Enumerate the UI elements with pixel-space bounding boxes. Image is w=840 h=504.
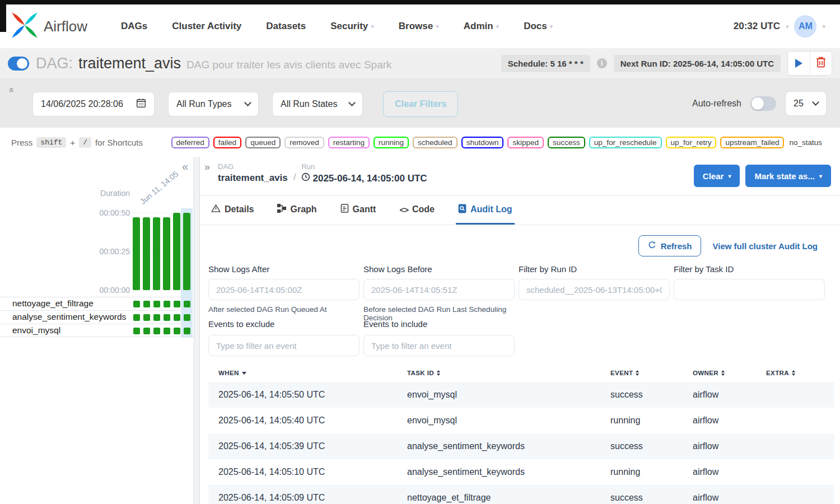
info-icon[interactable]: i [597,58,607,68]
state-badge-shutdown[interactable]: shutdown [461,137,504,148]
audit-cell-task-id: analyse_sentiment_keywords [397,459,600,485]
events-include-input[interactable] [363,335,515,356]
task-instance-success[interactable] [153,328,160,334]
duration-bar[interactable] [153,217,160,290]
state-badge-removed[interactable]: removed [284,137,324,148]
nav-item-datasets[interactable]: Datasets [266,21,306,32]
duration-bar[interactable] [163,217,170,290]
tab-code[interactable]: <> Code [397,196,437,225]
nav-item-dags[interactable]: DAGs [121,21,147,32]
show-logs-after-input[interactable] [208,279,360,300]
task-instance-success[interactable] [143,301,150,307]
duration-bar[interactable] [183,213,190,290]
delete-dag-button[interactable] [810,52,832,75]
task-label-envoi-mysql[interactable]: envoi_mysql [12,325,60,335]
run-types-select[interactable]: All Run Types [168,92,259,116]
expand-panel-icon[interactable]: » [204,161,210,173]
column-header-extra[interactable]: Extra [756,365,834,382]
shift-key: shift [36,137,66,148]
column-header-when[interactable]: When [208,365,397,382]
brand-name: Airflow [44,18,87,35]
page-size-select[interactable]: 25 [785,91,827,116]
column-header-event[interactable]: Event [600,365,683,382]
airflow-brand[interactable]: Airflow [10,11,87,42]
task-instance-success[interactable] [184,314,190,321]
task-instance-success[interactable] [143,328,150,334]
state-badge-skipped[interactable]: skipped [507,137,544,148]
filter-run-id-input[interactable] [519,279,670,300]
collapse-filter-bar-icon[interactable]: « [6,87,17,92]
tab-audit-log[interactable]: Audit Log [456,196,515,225]
task-instance-success[interactable] [164,328,170,334]
run-states-value: All Run States [281,99,337,109]
state-badge-queued[interactable]: queued [245,137,281,148]
hint-plus: + [70,138,75,147]
avatar[interactable]: AM [794,15,816,38]
tab-graph[interactable]: Graph [275,196,319,225]
column-header-owner[interactable]: Owner [683,365,756,382]
filter-task-id-label: Filter by Task ID [674,264,829,274]
audit-cell-event: running [600,459,683,485]
audit-cell-task-id: envoi_mysql [397,408,600,433]
trigger-dag-button[interactable] [788,52,810,75]
nav-item-admin[interactable]: Admin▾ [464,21,499,32]
state-badge-up-for-reschedule[interactable]: up_for_reschedule [589,137,662,148]
state-badge-success[interactable]: success [548,137,585,148]
nav-item-docs[interactable]: Docs▾ [524,21,553,32]
clock-display[interactable]: 20:32 UTC [734,21,780,32]
duration-bar[interactable] [173,213,180,290]
collapse-grid-icon[interactable]: « [182,160,188,173]
airflow-logo-icon [10,11,39,42]
task-instance-success[interactable] [133,314,140,321]
clear-run-button[interactable]: Clear ▾ [694,165,740,187]
nav-item-security[interactable]: Security▾ [330,21,374,32]
mark-state-button[interactable]: Mark state as... ▾ [745,165,831,187]
audit-cell-owner: airflow [683,408,756,433]
task-instance-success[interactable] [164,301,170,307]
refresh-button[interactable]: Refresh [638,235,702,256]
events-exclude-input[interactable] [208,335,360,356]
tab-details[interactable]: Details [209,196,256,225]
task-instance-success[interactable] [184,328,190,334]
state-badge-up-for-retry[interactable]: up_for_retry [666,137,717,148]
task-label-analyse-sentiment-keywords[interactable]: analyse_sentiment_keywords [12,312,126,322]
breadcrumb-dag-id[interactable]: traitement_avis [218,172,288,184]
column-header-task-id[interactable]: Task Id [397,365,600,382]
duration-bar[interactable] [143,217,150,290]
state-badge-scheduled[interactable]: scheduled [413,137,458,148]
nav-item-cluster-activity[interactable]: Cluster Activity [172,21,241,32]
task-instance-success[interactable] [133,328,140,334]
task-label-nettoyage-et-filtrage[interactable]: nettoyage_et_filtrage [12,298,94,309]
base-date-field[interactable] [32,92,155,116]
state-badge-running[interactable]: running [374,137,409,148]
state-badge-failed[interactable]: failed [213,137,241,148]
tab-gantt[interactable]: Gantt [338,196,379,225]
full-cluster-audit-log-link[interactable]: View full cluster Audit Log [712,241,818,251]
task-instance-success[interactable] [174,328,180,334]
state-badge-restarting[interactable]: restarting [328,137,370,148]
base-date-input[interactable] [41,99,129,109]
auto-refresh-toggle[interactable] [750,96,776,111]
breadcrumb-run-id[interactable]: 2025-06-14, 14:05:00 UTC [312,173,427,184]
task-instance-success[interactable] [164,314,170,321]
task-instance-success[interactable] [143,314,150,321]
panel-divider[interactable] [194,157,200,504]
nav-item-browse[interactable]: Browse▾ [399,21,439,32]
task-instance-success[interactable] [174,314,180,321]
task-instance-success[interactable] [184,301,190,307]
filter-task-id-input[interactable] [674,279,825,300]
schedule-badge[interactable]: Schedule: 5 16 * * * [501,55,590,72]
duration-bar[interactable] [133,217,140,290]
run-states-select[interactable]: All Run States [272,92,363,116]
task-instance-success[interactable] [153,301,160,307]
dag-pause-toggle[interactable] [8,57,29,71]
task-instance-success[interactable] [174,301,180,307]
gantt-icon [340,204,349,215]
state-badge-deferred[interactable]: deferred [171,137,209,148]
clear-filters-button[interactable]: Clear Filters [383,91,458,117]
nav-item-label: Docs [524,21,547,32]
task-instance-success[interactable] [153,314,160,321]
task-instance-success[interactable] [133,301,140,307]
state-badge-upstream-failed[interactable]: upstream_failed [720,137,784,148]
show-logs-before-input[interactable] [363,279,515,300]
